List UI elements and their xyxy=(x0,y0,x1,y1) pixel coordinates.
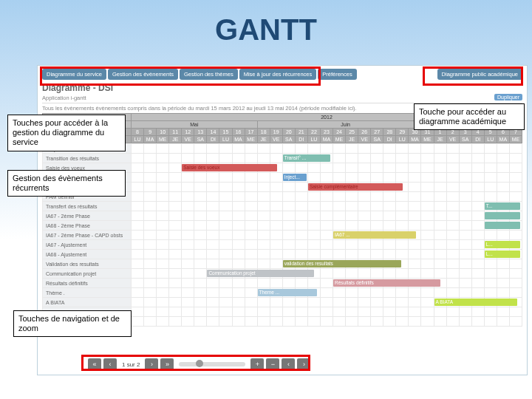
callout-top-right: Touche pour accéder au diagramme académi… xyxy=(414,103,525,130)
task-label: Résultats définitifs xyxy=(43,279,132,288)
dupliquer-badge[interactable]: Dupliquer xyxy=(494,94,522,100)
task-label: Transition des résultats xyxy=(43,154,132,163)
app-tag: Application i-gantt xyxy=(42,95,522,101)
month-cell: Juin xyxy=(257,121,434,129)
highlight-nav-right xyxy=(423,66,523,86)
task-label: IA68 - 2ème Phase xyxy=(43,221,132,231)
task-label: Thème . xyxy=(43,288,132,298)
task-label: IA67 - Ajustement xyxy=(43,240,132,250)
task-label: IA67 - 2ème Phase xyxy=(43,211,132,221)
month-cell: Mai xyxy=(132,121,258,129)
highlight-nav-left xyxy=(40,66,321,86)
callout-mid-left: Gestion des évènements récurrents xyxy=(7,170,126,197)
page-title: GANTT xyxy=(0,0,532,47)
task-label: A BIATA xyxy=(43,298,132,307)
callout-bottom-left: Touches de navigation et de zoom xyxy=(13,310,132,337)
nav-preferences[interactable]: Préférences xyxy=(318,69,356,80)
task-label: IA67 - 2ème Phase - CAPD obsts xyxy=(43,231,132,240)
task-label: Communication projet xyxy=(43,269,132,279)
callout-top-left: Touches pour accéder à la gestion du dia… xyxy=(7,115,126,151)
task-label: IA68 - Ajustement xyxy=(43,250,132,259)
highlight-pager xyxy=(81,355,310,371)
task-label: Transfert des résultats xyxy=(43,202,132,211)
task-label: Validation des resultats xyxy=(43,259,132,269)
